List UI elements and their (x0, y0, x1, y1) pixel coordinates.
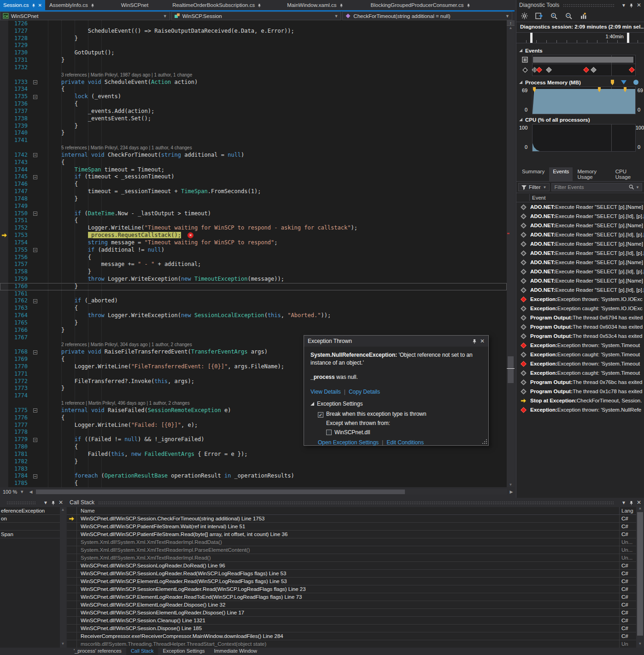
code-line[interactable]: 1749 (0, 203, 507, 210)
code-line[interactable]: 1731 } (0, 57, 507, 64)
scroll-down-icon[interactable]: ▼ (60, 641, 66, 647)
codelens-indicator[interactable]: 1 reference | Martin Prikryl, 496 days a… (61, 401, 190, 406)
cpu-section-header[interactable]: CPU (% of all processors) (516, 115, 644, 124)
pin-icon[interactable] (629, 2, 633, 7)
pin-icon[interactable] (29, 2, 35, 8)
scroll-up-icon[interactable]: ▲ (636, 506, 644, 511)
event-row[interactable]: Exception: Exception thrown: 'System.Nul… (516, 405, 644, 414)
call-stack-frame[interactable]: WinSCPnet.dll!WinSCP.ElementLogReader.Di… (67, 601, 636, 609)
scrollbar-thumb[interactable] (637, 512, 643, 636)
fold-box[interactable]: − (33, 248, 37, 252)
language-column-header[interactable]: Lang (620, 507, 636, 514)
event-row[interactable]: ADO.NET: Execute Reader "SELECT [p].[Id]… (516, 230, 644, 239)
tool-tab-call-stack[interactable]: Call Stack (126, 648, 158, 655)
drag-handle[interactable] (98, 501, 615, 504)
project-dropdown[interactable]: C# WinSCPnet ▼ (0, 12, 170, 20)
code-line[interactable]: 1746 { (0, 181, 507, 188)
drag-handle[interactable] (563, 4, 615, 7)
code-line[interactable]: 1748 } (0, 195, 507, 203)
fold-collapse-icon[interactable]: − (33, 210, 42, 218)
fold-box[interactable]: − (33, 474, 37, 478)
copy-details-link[interactable]: Copy Details (349, 389, 380, 395)
fold-box[interactable]: − (33, 350, 37, 354)
zoom-in-icon[interactable] (550, 12, 558, 20)
memory-chart[interactable] (532, 87, 636, 114)
window-menu-icon[interactable]: ▼ (43, 500, 48, 505)
diagnostics-tab-cpu-usage[interactable]: CPU Usage (612, 167, 642, 181)
event-row[interactable]: ADO.NET: Execute Reader "SELECT [p].[Nam… (516, 202, 644, 212)
code-line[interactable]: 1766 } (0, 327, 507, 334)
call-stack-frame[interactable]: WinSCPnet.dll!WinSCP.ElementLogReader.Re… (67, 578, 636, 585)
code-line[interactable]: 1728 } (0, 35, 507, 42)
event-row[interactable]: ADO.NET: Execute Reader "SELECT [p].[Nam… (516, 221, 644, 230)
code-line[interactable]: 1730 GotOutput(); (0, 49, 507, 57)
event-row[interactable]: Stop at Exception: CheckForTimeout, Sess… (516, 396, 644, 405)
tool-tab--process-references[interactable]: '_process' references (69, 648, 126, 655)
memory-snapshot-pin-icon[interactable] (597, 87, 601, 92)
events-table-header[interactable]: Event (516, 193, 644, 202)
name-column-header[interactable]: Name (77, 507, 620, 514)
diagnostics-tab-memory-usage[interactable]: Memory Usage (574, 167, 610, 181)
scroll-right-icon[interactable]: ▶ (508, 490, 515, 494)
filter-events-input[interactable]: Filter Events ▼ (551, 183, 642, 191)
call-stack-title-bar[interactable]: Call Stack ▼ ✕ (67, 498, 644, 507)
code-line[interactable]: 1736 { (0, 100, 507, 108)
list-item[interactable] (0, 523, 60, 531)
event-row[interactable]: ADO.NET: Execute Reader "SELECT [p].[Nam… (516, 276, 644, 285)
scrollbar-thumb[interactable] (508, 356, 514, 383)
type-dropdown[interactable]: WinSCP.Session ▼ (171, 12, 341, 20)
fold-collapse-icon[interactable]: − (33, 472, 42, 480)
code-line[interactable]: 1740 } (0, 130, 507, 137)
window-menu-icon[interactable]: ▼ (621, 3, 626, 8)
left-panel-scrollbar[interactable]: ▲ ▼ (60, 507, 66, 648)
scrollbar-thumb[interactable] (36, 490, 405, 494)
editor-tab[interactable]: WinSCPnet (118, 0, 152, 10)
pin-icon[interactable] (88, 2, 94, 8)
code-line[interactable]: 1754 string message = "Timeout waiting f… (0, 239, 507, 247)
event-row[interactable]: Program Output: The thread 0x1c78 has ex… (516, 387, 644, 396)
code-line[interactable]: 1781 Failed(this, new FailedEventArgs { … (0, 451, 507, 458)
timeline-handle-left[interactable] (530, 33, 533, 43)
code-line[interactable]: 1742− internal void CheckForTimeout(stri… (0, 152, 507, 159)
pin-icon[interactable] (629, 500, 633, 505)
list-item[interactable]: on (0, 515, 60, 523)
event-row[interactable]: Program Output: The thread 0x6794 has ex… (516, 313, 644, 322)
call-stack-frame[interactable]: WinSCPnet.dll!WinSCP.Session.Dispose() L… (67, 625, 636, 632)
code-line[interactable]: 1732 (0, 64, 507, 71)
settings-gear-icon[interactable] (521, 12, 528, 19)
resize-grip[interactable] (486, 443, 487, 444)
diagnostic-tools-title-bar[interactable]: Diagnostic Tools ▼ ✕ (516, 0, 644, 10)
zoom-out-icon[interactable] (565, 12, 573, 20)
fold-box[interactable]: − (33, 175, 37, 179)
cpu-chart[interactable] (532, 124, 636, 152)
memory-section-header[interactable]: Process Memory (MB) (516, 78, 644, 87)
events-timeline-lanes[interactable] (532, 55, 636, 76)
pin-icon[interactable] (255, 2, 261, 8)
popup-title-bar[interactable]: Exception Thrown ✕ (304, 336, 488, 347)
diagnostics-tab-summary[interactable]: Summary (518, 167, 548, 181)
code-line[interactable]: 1750− if (DateTime.Now - _lastOutput > t… (0, 210, 507, 218)
call-stack-frame[interactable]: WinSCPnet.dll!WinSCP.SessionLogReader.Do… (67, 562, 636, 570)
event-diamond-marker[interactable] (583, 67, 589, 73)
code-line[interactable]: 1743 { (0, 159, 507, 166)
tool-tab-immediate-window[interactable]: Immediate Window (210, 648, 262, 655)
fold-box[interactable]: − (33, 212, 37, 216)
expander-icon[interactable] (310, 402, 314, 406)
chart-icon[interactable] (580, 12, 587, 19)
editor-tab[interactable]: MainWindow.xaml.cs (284, 0, 346, 10)
pin-icon[interactable] (51, 500, 55, 505)
editor-tab[interactable]: RealtimeOrderBookSubscription.cs (169, 0, 264, 10)
event-row[interactable]: Exception: Exception caught: 'System.Tim… (516, 350, 644, 359)
editor-splitter-handle[interactable]: ↕ (507, 20, 515, 26)
code-line[interactable]: 1747 timeout = _sessionTimeout + TimeSpa… (0, 188, 507, 195)
call-stack-frame[interactable]: WinSCPnet.dll!WinSCP.SessionElementLogRe… (67, 609, 636, 617)
fold-collapse-icon[interactable]: − (33, 173, 42, 181)
event-row[interactable]: ADO.NET: Execute Reader "SELECT [p].[Id]… (516, 212, 644, 221)
fold-collapse-icon[interactable]: − (33, 79, 42, 86)
codelens-indicator[interactable]: 2 references | Martin Prikryl, 304 days … (61, 342, 192, 347)
event-diamond-marker[interactable] (591, 67, 597, 73)
call-stack-frame[interactable]: WinSCPnet.dll!WinSCP.ElementLogReader.Re… (67, 593, 636, 601)
code-line[interactable]: 1755− if (additional != null) (0, 247, 507, 254)
close-icon[interactable]: ✕ (637, 499, 641, 506)
editor-tab[interactable]: Session.cs✕ (0, 0, 45, 10)
